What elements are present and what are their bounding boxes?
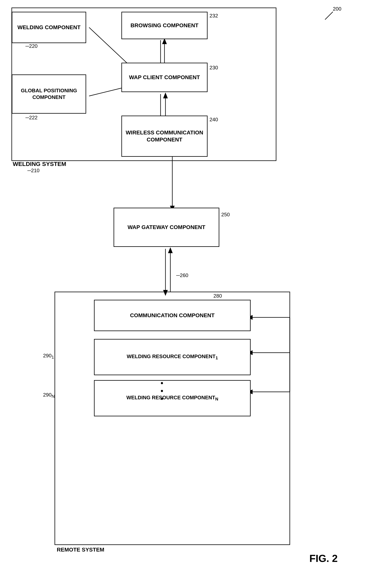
ref-240: 240: [209, 117, 218, 123]
ref-222: ─222: [26, 115, 38, 121]
global-positioning-box: GLOBAL POSITIONING COMPONENT: [12, 74, 86, 114]
ref-200: 200: [333, 6, 341, 12]
svg-line-27: [325, 12, 333, 20]
browsing-component-box: BROWSING COMPONENT: [121, 12, 208, 39]
ref-230: 230: [209, 65, 218, 71]
welding-resource-n-label: WELDING RESOURCE COMPONENTN: [126, 395, 218, 402]
wireless-communication-label: WIRELESS COMMUNICATION COMPONENT: [122, 129, 207, 144]
svg-marker-18: [168, 247, 173, 253]
ref-250: 250: [221, 212, 230, 218]
global-positioning-label: GLOBAL POSITIONING COMPONENT: [12, 87, 86, 101]
wap-gateway-label: WAP GATEWAY COMPONENT: [128, 224, 205, 231]
browsing-component-label: BROWSING COMPONENT: [131, 22, 198, 29]
welding-resource-n-box: WELDING RESOURCE COMPONENTN: [94, 380, 251, 416]
welding-resource-1-box: WELDING RESOURCE COMPONENT1: [94, 339, 251, 375]
ref-220: ─220: [26, 43, 38, 49]
welding-component-box: WELDING COMPONENT: [12, 12, 86, 43]
wap-gateway-box: WAP GATEWAY COMPONENT: [114, 208, 219, 247]
ref-280: 280: [213, 293, 222, 299]
fig-2-label: FIG. 2: [309, 552, 338, 564]
ref-260: ─260: [176, 272, 188, 278]
wireless-communication-box: WIRELESS COMMUNICATION COMPONENT: [121, 116, 208, 157]
wap-client-label: WAP CLIENT COMPONENT: [129, 74, 200, 81]
welding-component-label: WELDING COMPONENT: [17, 24, 80, 31]
ref-290-n: 290N: [43, 392, 55, 399]
communication-component-box: COMMUNICATION COMPONENT: [94, 300, 251, 331]
remote-system-label: REMOTE SYSTEM: [57, 547, 104, 553]
ref-232: 232: [209, 13, 218, 19]
ellipsis-dots: •••: [161, 379, 164, 403]
ref-210: ─210: [27, 168, 39, 174]
diagram-container: WELDING COMPONENT BROWSING COMPONENT WAP…: [0, 0, 392, 577]
ref-290-1: 2901: [43, 353, 54, 360]
welding-resource-1-label: WELDING RESOURCE COMPONENT1: [127, 353, 218, 361]
svg-marker-16: [163, 290, 168, 296]
svg-marker-12: [163, 92, 168, 98]
communication-component-label: COMMUNICATION COMPONENT: [130, 312, 215, 319]
welding-system-label: WELDING SYSTEM: [13, 161, 66, 167]
wap-client-box: WAP CLIENT COMPONENT: [121, 63, 208, 92]
